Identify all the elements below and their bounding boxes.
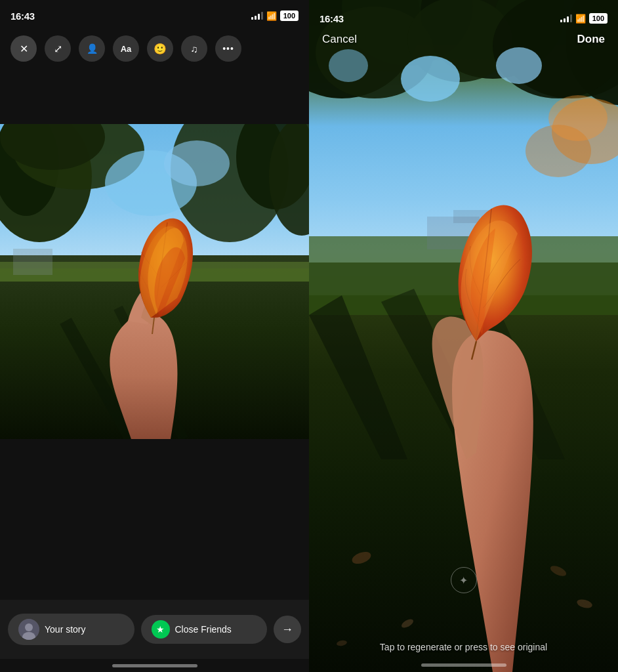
battery-right: 100: [589, 13, 608, 24]
status-bar-left: 16:43 📶 100: [0, 0, 309, 29]
star-icon: ★: [156, 624, 165, 635]
avatar-image: [18, 619, 39, 640]
music-icon: ♫: [190, 43, 197, 54]
arrow-icon: →: [281, 623, 293, 637]
face-icon: 🙂: [154, 43, 167, 55]
bottom-bar: Your story ★ Close Friends →: [0, 600, 309, 659]
cancel-button[interactable]: Cancel: [322, 33, 357, 46]
time-left: 16:43: [10, 10, 35, 22]
your-story-button[interactable]: Your story: [8, 614, 134, 645]
scene-svg-left: [0, 124, 309, 439]
battery-left: 100: [280, 10, 299, 21]
svg-point-22: [25, 623, 33, 631]
more-button[interactable]: •••: [215, 35, 241, 62]
toolbar: ✕ ⤢ 👤 Aa 🙂 ♫ •••: [0, 29, 309, 68]
wifi-icon-left: 📶: [266, 11, 277, 21]
done-button[interactable]: Done: [577, 33, 606, 46]
wifi-icon-right: 📶: [575, 14, 586, 24]
close-button[interactable]: ✕: [10, 35, 37, 62]
watermark-circle: ✦: [451, 567, 477, 593]
svg-rect-13: [13, 249, 52, 275]
bottom-caption: Tap to regenerate or press to see origin…: [309, 642, 618, 652]
home-indicator-left: [0, 659, 309, 672]
watermark-icon: ✦: [459, 574, 468, 587]
person-button[interactable]: 👤: [79, 35, 105, 62]
watermark: ✦: [451, 567, 477, 593]
text-button[interactable]: Aa: [113, 35, 139, 62]
text-icon: Aa: [121, 44, 132, 54]
signal-icon-left: [251, 12, 263, 20]
person-icon: 👤: [87, 43, 98, 54]
svg-point-39: [548, 95, 608, 141]
home-indicator-right: [421, 663, 506, 667]
close-friends-label: Close Friends: [175, 624, 232, 635]
forward-button[interactable]: →: [274, 616, 301, 643]
time-right: 16:43: [319, 13, 344, 24]
close-icon: ✕: [20, 43, 28, 55]
status-icons-left: 📶 100: [251, 10, 299, 21]
svg-point-34: [401, 56, 460, 102]
left-panel: 16:43 📶 100 ✕ ⤢ 👤 Aa 🙂 ♫ •••: [0, 0, 309, 672]
avatar: [18, 619, 39, 640]
right-panel: 16:43 📶 100 Cancel Done ✦ Tap to regener…: [309, 0, 618, 672]
face-button[interactable]: 🙂: [147, 35, 173, 62]
close-friends-button[interactable]: ★ Close Friends: [141, 615, 268, 644]
close-friends-icon: ★: [152, 620, 170, 639]
home-bar-left: [112, 664, 197, 667]
more-icon: •••: [222, 43, 234, 54]
your-story-label: Your story: [45, 624, 86, 635]
status-bar-right: 16:43 📶 100: [309, 0, 618, 29]
svg-point-10: [164, 140, 230, 186]
status-icons-right: 📶 100: [560, 13, 608, 24]
expand-icon: ⤢: [54, 43, 62, 55]
leaf-photo-left: [0, 124, 309, 439]
signal-icon-right: [560, 14, 572, 22]
music-button[interactable]: ♫: [181, 35, 207, 62]
empty-area: [0, 495, 309, 600]
photo-container: [0, 68, 309, 495]
expand-button[interactable]: ⤢: [45, 35, 71, 62]
